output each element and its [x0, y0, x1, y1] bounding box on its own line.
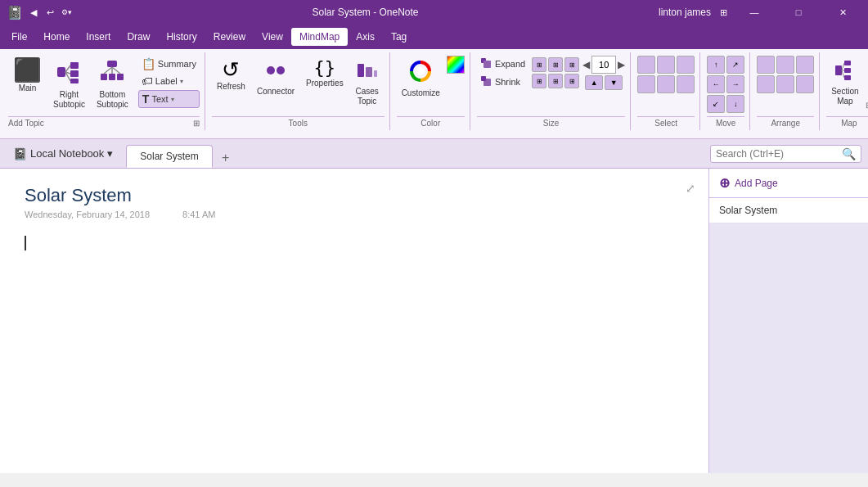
arrange-btn-1[interactable]	[757, 56, 775, 74]
refresh-btn[interactable]: ↺ Refresh	[212, 56, 250, 95]
arrange-btn-5[interactable]	[776, 75, 794, 93]
svg-point-15	[277, 66, 285, 74]
undo-btn[interactable]: ↩	[44, 7, 56, 18]
move-btn-5[interactable]: ↙	[707, 95, 725, 113]
customize-btn[interactable]: Customize	[397, 56, 445, 101]
label-label: Label	[155, 76, 178, 86]
move-btn-1[interactable]: ↑	[707, 56, 725, 74]
size-grid-btn-3[interactable]: ⊞	[564, 57, 579, 72]
menu-axis[interactable]: Axis	[348, 28, 383, 46]
add-topic-expand[interactable]: ⊞	[193, 119, 200, 128]
size-label: Size	[477, 116, 625, 130]
connector-btn[interactable]: Connector	[252, 56, 299, 100]
section-map-btn[interactable]: SectionMap	[826, 56, 863, 110]
minimize-btn[interactable]: —	[735, 0, 773, 25]
customize-icon	[408, 59, 433, 87]
cases-topic-btn[interactable]: CasesTopic	[350, 56, 385, 110]
move-btn-6[interactable]: ↓	[726, 95, 744, 113]
arrange-btn-6[interactable]	[796, 75, 814, 93]
properties-btn[interactable]: {} Properties	[301, 56, 349, 92]
menu-review[interactable]: Review	[205, 28, 254, 46]
select-btn-4[interactable]	[637, 75, 655, 93]
map-content: SectionMap ⊞	[826, 52, 868, 115]
size-grid-btn-2[interactable]: ⊞	[548, 57, 563, 72]
refresh-label: Refresh	[217, 82, 245, 92]
menu-mindmap[interactable]: MindMap	[291, 28, 348, 46]
size-grid-btn-4[interactable]: ⊞	[532, 74, 546, 88]
svg-rect-0	[57, 67, 65, 77]
size-left-btn[interactable]: ◀	[582, 59, 590, 70]
color-swatch-btn[interactable]	[447, 56, 465, 74]
arrange-btn-4[interactable]	[757, 75, 775, 93]
shrink-btn[interactable]: Shrink	[477, 74, 528, 90]
arrange-btn-3[interactable]	[796, 56, 814, 74]
svg-rect-1	[70, 62, 79, 69]
size-value-input[interactable]	[591, 56, 616, 74]
text-btn[interactable]: T Text ▾	[138, 90, 200, 108]
right-subtopic-btn[interactable]: RightSubtopic	[48, 56, 90, 113]
ribbon-content: ⬛ Main RightSubtopic BottomSubtopic	[0, 52, 868, 130]
select-btn-3[interactable]	[677, 56, 695, 74]
menu-file[interactable]: File	[3, 28, 35, 46]
cases-topic-icon	[356, 59, 379, 85]
expand-icon	[480, 57, 492, 70]
close-btn[interactable]: ✕	[824, 0, 861, 25]
cursor-line	[25, 236, 26, 250]
page-item-solar-system[interactable]: Solar System	[709, 198, 868, 223]
add-page-btn[interactable]: ⊕ Add Page	[709, 169, 868, 198]
menu-view[interactable]: View	[254, 28, 291, 46]
menu-draw[interactable]: Draw	[119, 28, 158, 46]
main-btn[interactable]: ⬛ Main	[8, 56, 47, 97]
svg-rect-28	[844, 75, 851, 80]
expand-label: Expand	[495, 59, 525, 69]
size-arrow-up-btn[interactable]: ▲	[585, 75, 603, 90]
move-btn-3[interactable]: ←	[707, 75, 725, 93]
select-btn-6[interactable]	[677, 75, 695, 93]
topic-small-group: 📋 Summary 🏷 Label ▾ T Text ▾	[138, 56, 200, 108]
search-icon[interactable]: 🔍	[842, 147, 856, 160]
svg-line-4	[65, 65, 70, 72]
text-icon: T	[142, 92, 150, 106]
search-input[interactable]	[716, 148, 839, 160]
properties-icon: {}	[314, 59, 336, 77]
size-arrow-down-btn[interactable]: ▼	[605, 75, 623, 90]
expand-content-btn[interactable]: ⤢	[686, 182, 695, 195]
menu-bar: File Home Insert Draw History Review Vie…	[0, 25, 868, 49]
move-btn-4[interactable]: →	[726, 75, 744, 93]
select-btn-2[interactable]	[657, 56, 675, 74]
svg-rect-8	[101, 74, 107, 80]
expand-btn[interactable]: Expand	[477, 56, 528, 72]
customize-qa-btn[interactable]: ⚙▾	[61, 7, 72, 18]
back-btn[interactable]: ◀	[28, 7, 39, 18]
tab-solar-system[interactable]: Solar System	[126, 145, 212, 168]
right-subtopic-label: RightSubtopic	[53, 90, 85, 110]
size-right-btn[interactable]: ▶	[618, 59, 625, 70]
ribbon-group-color: Customize Color	[392, 52, 470, 130]
add-tab-btn[interactable]: +	[214, 148, 237, 168]
menu-tag[interactable]: Tag	[383, 28, 415, 46]
maximize-btn[interactable]: □	[780, 0, 817, 25]
notebook-bar: 📓 Local Notebook ▾ Solar System + 🔍	[0, 139, 868, 169]
bottom-subtopic-btn[interactable]: BottomSubtopic	[92, 56, 133, 113]
size-grid-btn-6[interactable]: ⊞	[564, 74, 579, 88]
size-grid-btn-5[interactable]: ⊞	[548, 74, 563, 88]
notebook-selector[interactable]: 📓 Local Notebook ▾	[7, 144, 119, 164]
arrange-btn-2[interactable]	[776, 56, 794, 74]
refresh-icon: ↺	[222, 59, 240, 80]
window-options-btn[interactable]: ⊞	[717, 7, 729, 18]
size-grid-btn-1[interactable]: ⊞	[532, 57, 546, 72]
select-btn-1[interactable]	[637, 56, 655, 74]
ribbon-group-tools: ↺ Refresh Connector {} Properties	[207, 52, 390, 130]
label-btn[interactable]: 🏷 Label ▾	[138, 73, 200, 89]
menu-history[interactable]: History	[158, 28, 205, 46]
map-expand-btn[interactable]: ⊞	[866, 101, 868, 110]
select-btn-5[interactable]	[657, 75, 675, 93]
ribbon-group-arrange: Arrange	[752, 52, 820, 130]
menu-home[interactable]: Home	[35, 28, 78, 46]
move-btn-2[interactable]: ↗	[726, 56, 744, 74]
svg-point-14	[267, 66, 275, 74]
summary-btn[interactable]: 📋 Summary	[138, 56, 200, 72]
menu-insert[interactable]: Insert	[78, 28, 119, 46]
customize-label: Customize	[402, 88, 440, 98]
page-time: 8:41 AM	[182, 210, 215, 219]
